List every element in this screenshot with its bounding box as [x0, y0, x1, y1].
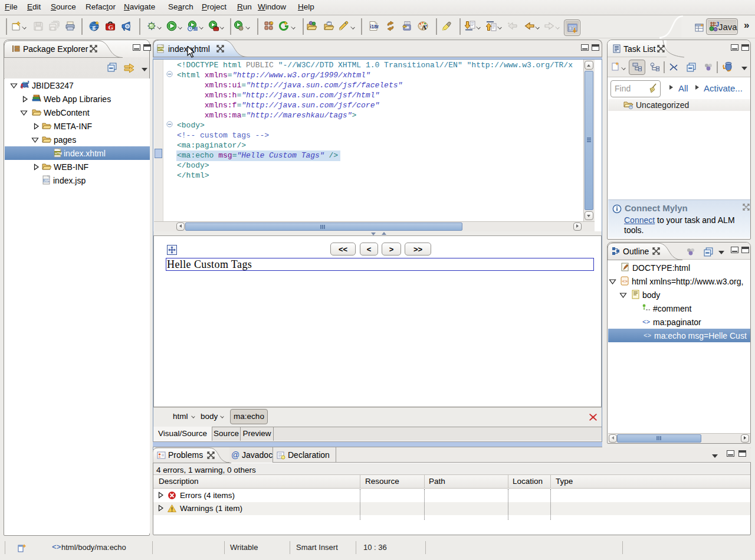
svg-text:<>: <>: [642, 319, 650, 326]
svg-text:HTM: HTM: [158, 47, 165, 51]
svg-text:HTM: HTM: [55, 152, 62, 155]
svg-text:<>: <>: [644, 332, 651, 339]
svg-text:A: A: [422, 24, 426, 31]
svg-text:J: J: [27, 80, 29, 85]
svg-text:G: G: [109, 24, 114, 31]
svg-text:i18n: i18n: [370, 24, 379, 30]
svg-text:JSP: JSP: [44, 179, 50, 182]
svg-text:g: g: [93, 23, 96, 30]
svg-text:<>: <>: [622, 279, 628, 284]
